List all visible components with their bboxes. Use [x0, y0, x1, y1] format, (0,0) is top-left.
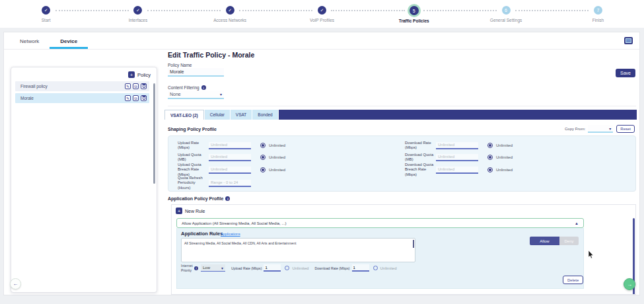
save-button[interactable]: Save [616, 69, 635, 77]
new-rule-button[interactable]: + New Rule [176, 208, 205, 214]
step-mark: ✓ [44, 8, 48, 13]
application-rules-text: All Streaming Media, All Social Media, A… [184, 241, 297, 245]
quota-refresh-row: Quota Refresh Periodicity (Hours) [178, 176, 285, 190]
rule-upload-rate-label: Upload Rate (Mbps) [231, 266, 262, 270]
unlimited-radio[interactable] [260, 143, 266, 148]
upload-rate-row: Upload Rate (Mbps) Unlimited [178, 139, 285, 151]
download-unlimited-label: Unlimited [380, 266, 397, 270]
step-mark: 7 [596, 8, 599, 13]
copy-from-label: Copy From: [565, 127, 585, 131]
content-filtering-select[interactable]: None ▾ [168, 91, 224, 99]
tab-cellular[interactable]: Cellular [205, 110, 230, 120]
reset-button[interactable]: Reset [616, 125, 635, 133]
rule-download-rate-input[interactable] [352, 264, 369, 272]
upload-unlimited-radio[interactable] [285, 266, 289, 270]
copy-icon[interactable]: ⧉ [133, 83, 139, 89]
rule-upload-rate-input[interactable] [264, 264, 281, 272]
info-icon[interactable]: i [225, 196, 230, 201]
download-quota-input[interactable] [436, 154, 478, 161]
application-rules-textarea[interactable]: All Streaming Media, All Social Media, A… [181, 238, 415, 262]
application-rules-title: Application Rules [181, 231, 223, 237]
tab-vsat[interactable]: VSAT [231, 110, 252, 120]
deny-button[interactable]: Deny [559, 237, 579, 245]
add-policy-button[interactable]: + Policy [128, 71, 151, 78]
applications-link[interactable]: Applications [221, 232, 240, 236]
back-arrow-icon: ← [13, 281, 18, 287]
upload-quota-input[interactable] [209, 154, 251, 161]
unlimited-label: Unlimited [269, 143, 285, 147]
edit-icon[interactable]: ✎ [125, 95, 131, 101]
delete-icon[interactable] [141, 95, 147, 101]
wan-tabbar: VSAT-LEO (2) Cellular VSAT Bonded [164, 110, 637, 120]
step-access-networks[interactable]: ✓ Access Networks [184, 0, 276, 28]
delete-rule-button[interactable]: Delete [563, 276, 583, 284]
rule-accordion-header[interactable]: Allow Application (All Streaming Media, … [176, 218, 584, 228]
divider [168, 106, 636, 106]
policy-list-scrollbar[interactable] [153, 83, 155, 184]
download-breach-input[interactable] [436, 167, 478, 174]
download-breach-row: Download Quota Breach Rate (Mbps) Unlimi… [405, 163, 513, 176]
policy-list-item-firewall[interactable]: Firewall policy ✎ ⧉ [15, 81, 149, 91]
allow-button[interactable]: Allow [530, 237, 559, 245]
step-finish[interactable]: 7 Finish [552, 0, 644, 28]
step-general-settings[interactable]: 6 General Settings [460, 0, 552, 28]
step-start[interactable]: ✓ Start [0, 0, 92, 28]
step-label: Interfaces [129, 18, 148, 22]
unlimited-label: Unlimited [496, 143, 513, 147]
step-interfaces[interactable]: ✓ Interfaces [92, 0, 184, 28]
step-label: Finish [592, 18, 604, 22]
main-panel: Network Device + Policy Firewall policy … [3, 32, 640, 295]
step-check-icon: ✓ [226, 6, 234, 15]
shaping-header: Shaping Policy Profile Copy From: ▾ Rese… [168, 124, 635, 133]
unlimited-radio[interactable] [487, 167, 493, 172]
back-button[interactable]: ← [10, 278, 21, 289]
tab-bonded[interactable]: Bonded [252, 110, 277, 120]
download-rate-input[interactable] [436, 142, 478, 149]
unlimited-radio[interactable] [487, 155, 493, 160]
info-icon[interactable]: i [201, 85, 206, 90]
content-filtering-text: Content Filtering [168, 85, 199, 90]
cursor-arrow-icon [588, 250, 594, 259]
step-mark: 5 [413, 9, 415, 13]
delete-icon[interactable] [141, 83, 147, 89]
copy-from-select[interactable]: ▾ [588, 125, 613, 133]
unlimited-radio[interactable] [260, 167, 266, 172]
info-icon[interactable]: i [194, 266, 198, 270]
policy-name: Firewall policy [20, 84, 123, 89]
application-title-text: Application Policy Profile [168, 196, 223, 201]
step-check-icon: ✓ [133, 6, 142, 15]
step-voip-profiles[interactable]: ✓ VoIP Profiles [276, 0, 368, 28]
trash-glyph [143, 96, 145, 100]
policy-list-item-morale[interactable]: Morale ✎ ⧉ [15, 93, 149, 103]
unlimited-label: Unlimited [496, 168, 513, 172]
upload-unlimited-label: Unlimited [292, 266, 308, 270]
edit-icon[interactable]: ✎ [125, 83, 131, 89]
tab-vsat-leo[interactable]: VSAT-LEO (2) [164, 110, 204, 120]
unlimited-radio[interactable] [260, 155, 266, 160]
upload-breach-input[interactable] [209, 167, 251, 174]
upload-rate-input[interactable] [209, 142, 251, 149]
policy-name: Morale [20, 96, 123, 100]
tab-network[interactable]: Network [9, 32, 50, 49]
textarea-scrollbar[interactable] [413, 240, 414, 248]
collapse-icon[interactable]: ▲ [575, 221, 579, 225]
next-button[interactable]: → [624, 278, 635, 290]
download-unlimited-radio[interactable] [373, 266, 378, 270]
download-quota-row: Download Quota (MB) Unlimited [405, 151, 513, 163]
mouse-cursor [588, 250, 594, 262]
rule-download-rate-label: Download Rate (Mbps) [314, 266, 349, 270]
step-mark: ✓ [320, 8, 324, 13]
step-label: Traffic Policies [399, 19, 429, 23]
copy-icon[interactable]: ⧉ [133, 95, 139, 101]
policy-name-input[interactable] [168, 68, 224, 77]
quota-refresh-input[interactable] [209, 180, 251, 187]
tab-device[interactable]: Device [50, 32, 88, 49]
unlimited-label: Unlimited [496, 155, 513, 159]
policy-name-label: Policy Name [168, 63, 192, 67]
priority-select[interactable]: Low ▾ [201, 264, 225, 272]
step-traffic-policies[interactable]: 5 Traffic Policies [368, 0, 460, 28]
unlimited-label: Unlimited [269, 155, 285, 159]
step-label: Access Networks [213, 18, 246, 22]
unlimited-radio[interactable] [487, 143, 493, 148]
panel-toggle-icon[interactable] [624, 37, 633, 44]
